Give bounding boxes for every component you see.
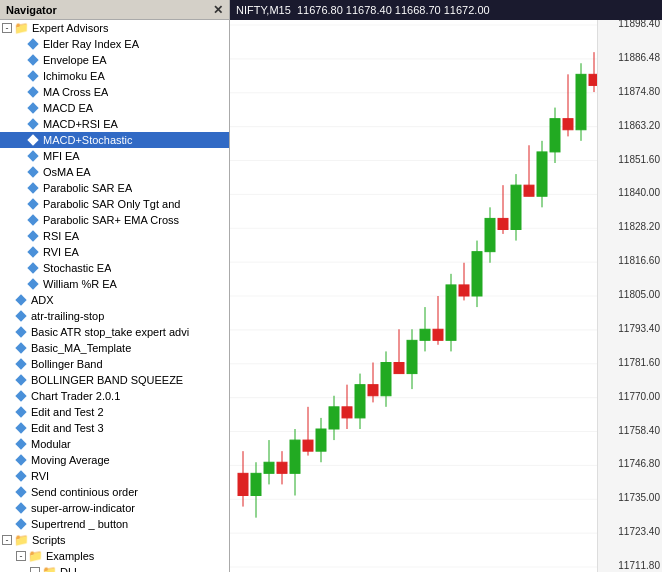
price-label: 11805.00 <box>618 290 660 300</box>
ea-section-header[interactable]: -📁Expert Advisors <box>0 20 229 36</box>
chart-symbol: NIFTY,M15 11676.80 11678.40 11668.70 116… <box>236 4 490 16</box>
tree-item-label: Basic ATR stop_take expert advi <box>31 324 189 340</box>
chart-area: NIFTY,M15 11676.80 11678.40 11668.70 116… <box>230 0 662 572</box>
indicator-item[interactable]: Edit and Test 3 <box>0 420 229 436</box>
chart-canvas-area[interactable]: 11898.4011886.4811874.8011863.2011851.60… <box>230 20 662 572</box>
close-icon[interactable]: ✕ <box>213 3 223 17</box>
ea-item[interactable]: Stochastic EA <box>0 260 229 276</box>
indicator-item[interactable]: RVI <box>0 468 229 484</box>
ea-item[interactable]: RSI EA <box>0 228 229 244</box>
navigator-panel: Navigator ✕ -📁Expert AdvisorsElder Ray I… <box>0 0 230 572</box>
scripts-section-header[interactable]: -📁Scripts <box>0 532 229 548</box>
tree-item-label: super-arrow-indicator <box>31 500 135 516</box>
price-label: 11863.20 <box>618 121 660 131</box>
price-label: 11746.80 <box>618 459 660 469</box>
tree-item-label: Parabolic SAR+ EMA Cross <box>43 212 179 228</box>
price-axis: 11898.4011886.4811874.8011863.2011851.60… <box>597 20 662 572</box>
indicator-item[interactable]: atr-trailing-stop <box>0 308 229 324</box>
navigator-title: Navigator <box>6 4 57 16</box>
ea-item[interactable]: MACD EA <box>0 100 229 116</box>
ea-item[interactable]: MACD+RSI EA <box>0 116 229 132</box>
ea-item[interactable]: MA Cross EA <box>0 84 229 100</box>
price-label: 11770.00 <box>618 392 660 402</box>
indicator-item[interactable]: super-arrow-indicator <box>0 500 229 516</box>
tree-item-label: Parabolic SAR EA <box>43 180 132 196</box>
ea-item[interactable]: MFI EA <box>0 148 229 164</box>
tree-item-label: William %R EA <box>43 276 117 292</box>
tree-item-label: Parabolic SAR Only Tgt and <box>43 196 180 212</box>
tree-item-label: RSI EA <box>43 228 79 244</box>
tree-item-label: atr-trailing-stop <box>31 308 104 324</box>
ea-item[interactable]: RVI EA <box>0 244 229 260</box>
indicator-item[interactable]: Basic ATR stop_take expert advi <box>0 324 229 340</box>
tree-item-label: Edit and Test 3 <box>31 420 104 436</box>
tree-item-label: RVI <box>31 468 49 484</box>
price-label: 11758.40 <box>618 426 660 436</box>
examples-folder-label: Examples <box>46 548 94 564</box>
tree-item-label: Edit and Test 2 <box>31 404 104 420</box>
tree-item-label: Ichimoku EA <box>43 68 105 84</box>
ea-section-label: Expert Advisors <box>32 20 108 36</box>
price-label: 11874.80 <box>618 87 660 97</box>
price-label: 11723.40 <box>618 527 660 537</box>
ea-item[interactable]: Parabolic SAR Only Tgt and <box>0 196 229 212</box>
ea-item[interactable]: Parabolic SAR+ EMA Cross <box>0 212 229 228</box>
tree-item-label: Envelope EA <box>43 52 107 68</box>
tree-item-label: MA Cross EA <box>43 84 108 100</box>
ea-item[interactable]: Parabolic SAR EA <box>0 180 229 196</box>
dll-folder[interactable]: -📁DLL <box>0 564 229 572</box>
indicator-item[interactable]: Modular <box>0 436 229 452</box>
price-label: 11816.60 <box>618 256 660 266</box>
indicator-item[interactable]: Basic_MA_Template <box>0 340 229 356</box>
price-label: 11886.48 <box>618 53 660 63</box>
tree-item-label: MACD+Stochastic <box>43 132 133 148</box>
tree-item-label: RVI EA <box>43 244 79 260</box>
indicator-item[interactable]: BOLLINGER BAND SQUEEZE <box>0 372 229 388</box>
indicator-item[interactable]: ADX <box>0 292 229 308</box>
tree-item-label: Basic_MA_Template <box>31 340 131 356</box>
tree-item-label: Elder Ray Index EA <box>43 36 139 52</box>
dll-folder-label: DLL <box>60 564 80 572</box>
chart-header: NIFTY,M15 11676.80 11678.40 11668.70 116… <box>230 0 662 20</box>
candlestick-chart[interactable] <box>230 20 597 572</box>
price-label: 11711.80 <box>618 561 660 571</box>
indicator-item[interactable]: Edit and Test 2 <box>0 404 229 420</box>
ea-item[interactable]: MACD+Stochastic <box>0 132 229 148</box>
price-label: 11898.40 <box>618 20 660 29</box>
tree-item-label: Moving Average <box>31 452 110 468</box>
tree-item-label: BOLLINGER BAND SQUEEZE <box>31 372 183 388</box>
price-label: 11840.00 <box>618 188 660 198</box>
price-label: 11781.60 <box>618 358 660 368</box>
tree-item-label: MACD+RSI EA <box>43 116 118 132</box>
navigator-content[interactable]: -📁Expert AdvisorsElder Ray Index EAEnvel… <box>0 20 229 572</box>
indicator-item[interactable]: Send continious order <box>0 484 229 500</box>
ea-item[interactable]: William %R EA <box>0 276 229 292</box>
ea-item[interactable]: Ichimoku EA <box>0 68 229 84</box>
indicator-item[interactable]: Bollinger Band <box>0 356 229 372</box>
tree-item-label: Stochastic EA <box>43 260 111 276</box>
tree-item-label: Bollinger Band <box>31 356 103 372</box>
price-label: 11828.20 <box>618 222 660 232</box>
ea-item[interactable]: OsMA EA <box>0 164 229 180</box>
indicator-item[interactable]: Moving Average <box>0 452 229 468</box>
tree-item-label: OsMA EA <box>43 164 91 180</box>
tree-item-label: MACD EA <box>43 100 93 116</box>
tree-item-label: Modular <box>31 436 71 452</box>
indicator-item[interactable]: Supertrend _ button <box>0 516 229 532</box>
price-label: 11735.00 <box>618 493 660 503</box>
ea-item[interactable]: Envelope EA <box>0 52 229 68</box>
tree-item-label: Chart Trader 2.0.1 <box>31 388 120 404</box>
tree-item-label: Send continious order <box>31 484 138 500</box>
examples-folder[interactable]: -📁Examples <box>0 548 229 564</box>
indicator-item[interactable]: Chart Trader 2.0.1 <box>0 388 229 404</box>
tree-item-label: ADX <box>31 292 54 308</box>
navigator-header: Navigator ✕ <box>0 0 229 20</box>
tree-item-label: Supertrend _ button <box>31 516 128 532</box>
ea-item[interactable]: Elder Ray Index EA <box>0 36 229 52</box>
price-label: 11851.60 <box>618 155 660 165</box>
price-label: 11793.40 <box>618 324 660 334</box>
tree-item-label: MFI EA <box>43 148 80 164</box>
scripts-section-label: Scripts <box>32 532 66 548</box>
